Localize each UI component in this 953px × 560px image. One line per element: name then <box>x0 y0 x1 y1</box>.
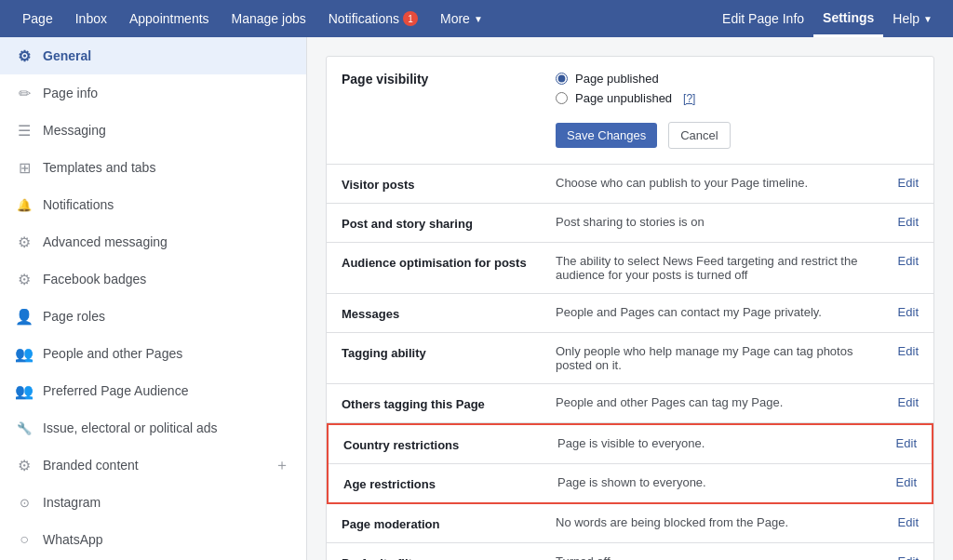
radio-published-input[interactable] <box>556 73 568 85</box>
radio-published-label: Page published <box>575 72 659 86</box>
sidebar-item-label: Branded content <box>43 458 139 473</box>
nav-help-arrow-icon: ▼ <box>923 14 933 24</box>
sidebar-item-label: Page roles <box>43 309 105 324</box>
sidebar-item-label: Notifications <box>43 197 114 212</box>
radio-published[interactable]: Page published <box>556 72 731 86</box>
visibility-options: Page published Page unpublished [?] Save… <box>556 72 731 149</box>
sidebar-item-advanced-messaging[interactable]: ⚙ Advanced messaging <box>0 223 306 260</box>
nav-notifications[interactable]: Notifications 1 <box>317 0 429 37</box>
table-row: Tagging abilityOnly people who help mana… <box>327 333 933 384</box>
sidebar-item-label: Preferred Page Audience <box>43 383 188 398</box>
top-nav-left: Page Inbox Appointments Manage jobs Noti… <box>11 0 494 37</box>
sidebar-item-general[interactable]: ⚙ General <box>0 37 306 74</box>
edit-link[interactable]: Edit <box>889 515 919 529</box>
nav-notifications-label: Notifications <box>329 11 399 26</box>
sidebar-item-label: General <box>43 48 91 63</box>
sidebar-item-page-info[interactable]: ✏ Page info <box>0 74 306 112</box>
table-row: Country restrictionsPage is visible to e… <box>329 425 932 464</box>
bell-icon: 🔔 <box>15 195 34 214</box>
gear-icon: ⚙ <box>15 47 34 65</box>
sidebar-item-page-roles[interactable]: 👤 Page roles <box>0 298 306 335</box>
radio-unpublished-input[interactable] <box>556 92 568 104</box>
highlighted-group: Country restrictionsPage is visible to e… <box>327 423 933 504</box>
edit-link[interactable]: Edit <box>889 215 919 229</box>
row-label: Tagging ability <box>342 344 546 360</box>
nav-more[interactable]: More ▼ <box>429 0 494 37</box>
edit-link[interactable]: Edit <box>889 395 919 409</box>
edit-link[interactable]: Edit <box>889 254 919 268</box>
sidebar-item-label: Templates and tabs <box>43 160 155 175</box>
people-icon: 👥 <box>15 344 34 363</box>
nav-manage-jobs[interactable]: Manage jobs <box>221 0 317 37</box>
row-label: Audience optimisation for posts <box>342 254 546 270</box>
table-row: Audience optimisation for postsThe abili… <box>327 243 933 294</box>
table-row: Others tagging this PagePeople and other… <box>327 384 933 423</box>
sidebar-item-facebook-badges[interactable]: ⚙ Facebook badges <box>0 260 306 298</box>
nav-more-arrow-icon: ▼ <box>474 14 483 24</box>
row-label: Others tagging this Page <box>342 395 546 411</box>
wrench-icon: 🔧 <box>15 419 34 437</box>
row-label: Messages <box>342 305 546 321</box>
row-value: People and Pages can contact my Page pri… <box>556 305 879 319</box>
nav-help[interactable]: Help ▼ <box>883 0 942 37</box>
sidebar-item-instagram[interactable]: ⊙ Instagram <box>0 484 306 521</box>
row-value: No words are being blocked from the Page… <box>556 515 879 529</box>
sidebar-item-label: Instagram <box>43 495 101 510</box>
nav-page[interactable]: Page <box>11 0 64 37</box>
edit-link[interactable]: Edit <box>889 344 919 358</box>
radio-unpublished[interactable]: Page unpublished [?] <box>556 91 731 105</box>
table-row: MessagesPeople and Pages can contact my … <box>327 294 933 333</box>
table-row: Page moderationNo words are being blocke… <box>327 504 933 543</box>
row-label: Post and story sharing <box>342 215 546 231</box>
edit-link[interactable]: Edit <box>889 305 919 319</box>
nav-settings[interactable]: Settings <box>813 0 883 37</box>
sidebar-item-messaging[interactable]: ☰ Messaging <box>0 112 306 149</box>
edit-link[interactable]: Edit <box>889 176 919 190</box>
edit-link[interactable]: Edit <box>887 475 917 489</box>
sidebar-item-label: Facebook badges <box>43 272 146 287</box>
row-label: Visitor posts <box>342 176 546 192</box>
notifications-badge: 1 <box>403 11 418 26</box>
grid-icon: ⊞ <box>15 158 34 177</box>
sidebar: ⚙ General ✏ Page info ☰ Messaging ⊞ Temp… <box>0 37 307 560</box>
instagram-icon: ⊙ <box>15 493 34 512</box>
edit-link[interactable]: Edit <box>887 436 917 450</box>
help-link[interactable]: [?] <box>683 92 695 105</box>
sidebar-item-preferred-audience[interactable]: 👥 Preferred Page Audience <box>0 372 306 409</box>
messaging-icon: ☰ <box>15 121 34 140</box>
row-value: Page is visible to everyone. <box>557 436 878 450</box>
audience-icon: 👥 <box>15 381 34 400</box>
sidebar-item-issue-ads[interactable]: 🔧 Issue, electoral or political ads <box>0 409 306 447</box>
cancel-button[interactable]: Cancel <box>668 122 730 149</box>
sidebar-item-people-pages[interactable]: 👥 People and other Pages <box>0 335 306 372</box>
sidebar-item-label: Issue, electoral or political ads <box>43 420 218 435</box>
visibility-section: Page visibility Page published Page unpu… <box>327 57 933 165</box>
sidebar-item-whatsapp[interactable]: ○ WhatsApp <box>0 521 306 558</box>
person-icon: 👤 <box>15 307 34 326</box>
sidebar-item-label: Advanced messaging <box>43 234 168 249</box>
pencil-icon: ✏ <box>15 84 34 102</box>
sidebar-item-branded-content[interactable]: ⚙ Branded content ＋ <box>0 447 306 484</box>
sidebar-item-label: Page info <box>43 86 98 100</box>
row-label: Profanity filter <box>342 554 546 560</box>
nav-edit-page-info[interactable]: Edit Page Info <box>713 0 813 37</box>
sidebar-item-notifications[interactable]: 🔔 Notifications <box>0 186 306 223</box>
nav-inbox[interactable]: Inbox <box>64 0 118 37</box>
row-label: Country restrictions <box>343 436 548 452</box>
sidebar-item-templates[interactable]: ⊞ Templates and tabs <box>0 149 306 186</box>
plus-icon[interactable]: ＋ <box>273 456 291 474</box>
save-changes-button[interactable]: Save Changes <box>556 123 657 148</box>
main-content: Page visibility Page published Page unpu… <box>307 37 953 560</box>
visibility-actions: Save Changes Cancel <box>556 111 731 149</box>
settings-rows: Visitor postsChoose who can publish to y… <box>327 165 933 560</box>
sidebar-item-label: WhatsApp <box>43 532 103 547</box>
visibility-title: Page visibility <box>342 72 546 87</box>
badge-icon: ⚙ <box>15 270 34 288</box>
edit-link[interactable]: Edit <box>889 554 919 560</box>
table-row: Visitor postsChoose who can publish to y… <box>327 165 933 204</box>
row-value: Only people who help manage my Page can … <box>556 344 879 372</box>
nav-appointments[interactable]: Appointments <box>118 0 221 37</box>
row-value: Turned off <box>556 554 879 560</box>
nav-more-label: More <box>440 11 470 26</box>
row-value: People and other Pages can tag my Page. <box>556 395 879 409</box>
